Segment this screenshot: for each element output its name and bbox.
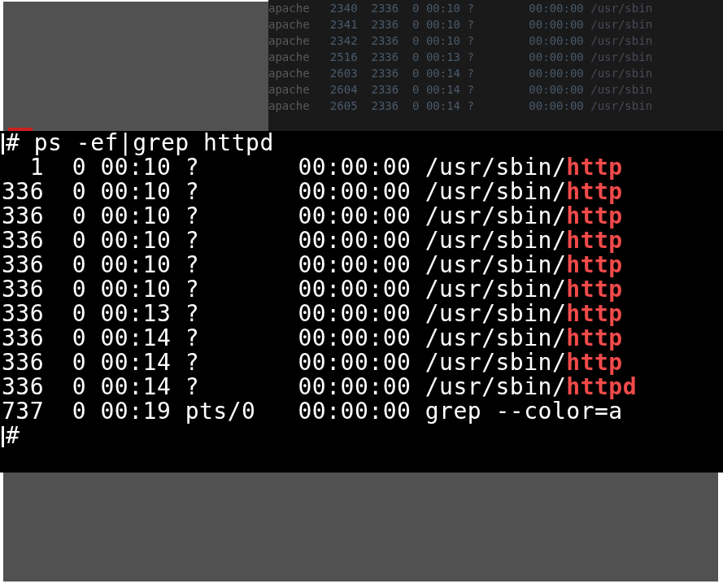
bg-process-row: apache 2605 2336 0 00:14 ? 00:00:00 /usr… [268,98,723,114]
bg-process-row: apache 2603 2336 0 00:14 ? 00:00:00 /usr… [268,65,723,81]
process-row: 336 0 00:14 ? 00:00:00 /usr/sbin/http [2,351,723,375]
process-list: 1 0 00:10 ? 00:00:00 /usr/sbin/http336 0… [2,155,723,399]
bg-process-row: apache 2604 2336 0 00:14 ? 00:00:00 /usr… [268,81,723,98]
terminal-pane[interactable]: # ps -ef|grep httpd 1 0 00:10 ? 00:00:00… [0,131,723,473]
cursor-icon [2,133,4,155]
command-line[interactable]: # ps -ef|grep httpd [2,131,723,155]
prompt-symbol: # [6,131,20,156]
process-row: 336 0 00:10 ? 00:00:00 /usr/sbin/http [2,204,723,229]
process-row: 336 0 00:13 ? 00:00:00 /usr/sbin/http [2,302,723,326]
bg-process-row: apache 2516 2336 0 00:13 ? 00:00:00 /usr… [268,49,723,65]
bg-process-row: apache 2341 2336 0 00:10 ? 00:00:00 /usr… [268,16,723,33]
final-prompt-line[interactable]: # [2,424,723,448]
process-row: 1 0 00:10 ? 00:00:00 /usr/sbin/http [2,155,723,180]
bg-process-row: apache 2340 2336 0 00:10 ? 00:00:00 /usr… [268,0,723,16]
process-row: 336 0 00:10 ? 00:00:00 /usr/sbin/http [2,253,723,277]
bg-process-row: apache 2342 2336 0 00:10 ? 00:00:00 /usr… [268,33,723,49]
process-row: 336 0 00:14 ? 00:00:00 /usr/sbin/http [2,326,723,351]
process-row: 336 0 00:10 ? 00:00:00 /usr/sbin/http [2,229,723,253]
cursor-icon [2,426,4,447]
grep-row: 737 0 00:19 pts/0 00:00:00 grep --color=… [2,399,723,424]
prompt-symbol: # [6,422,20,449]
background-terminal: apache 2340 2336 0 00:10 ? 00:00:00 /usr… [268,0,723,134]
process-row: 336 0 00:14 ? 00:00:00 /usr/sbin/httpd [2,375,723,399]
command-text: ps -ef|grep httpd [34,131,274,156]
process-row: 336 0 00:10 ? 00:00:00 /usr/sbin/http [2,277,723,302]
process-row: 336 0 00:10 ? 00:00:00 /usr/sbin/http [2,180,723,204]
